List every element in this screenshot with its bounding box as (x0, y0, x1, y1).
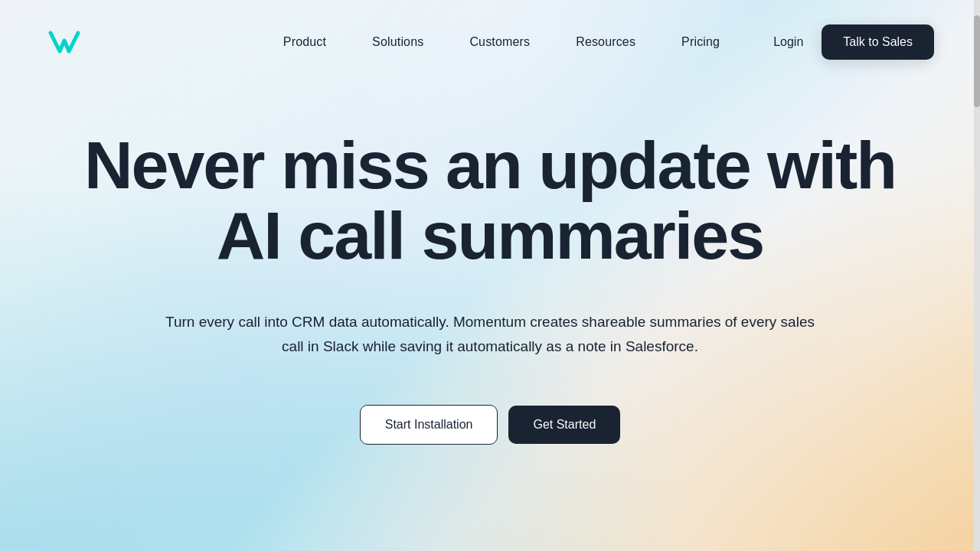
hero-subtitle: Turn every call into CRM data automatica… (161, 310, 819, 360)
logo[interactable] (46, 24, 83, 60)
nav-link-solutions[interactable]: Solutions (372, 35, 423, 48)
scrollbar[interactable] (974, 0, 980, 551)
talk-to-sales-button[interactable]: Talk to Sales (822, 24, 934, 60)
navbar: Product Solutions Customers Resources Pr… (0, 0, 980, 84)
nav-item-pricing[interactable]: Pricing (658, 35, 743, 49)
login-link[interactable]: Login (773, 35, 803, 49)
start-installation-button[interactable]: Start Installation (360, 405, 498, 445)
nav-link-product[interactable]: Product (283, 35, 326, 48)
nav-link-customers[interactable]: Customers (469, 35, 530, 48)
nav-link-resources[interactable]: Resources (576, 35, 635, 48)
hero-title-line1: Never miss an update with (84, 127, 896, 203)
nav-item-product[interactable]: Product (260, 35, 349, 49)
hero-section: Never miss an update with AI call summar… (0, 84, 980, 445)
nav-link-pricing[interactable]: Pricing (681, 35, 720, 48)
nav-item-solutions[interactable]: Solutions (349, 35, 446, 49)
hero-title-line2: AI call summaries (217, 197, 763, 273)
hero-buttons: Start Installation Get Started (360, 405, 621, 445)
hero-title: Never miss an update with AI call summar… (84, 130, 896, 272)
nav-links: Product Solutions Customers Resources Pr… (260, 35, 743, 49)
scrollbar-thumb[interactable] (974, 15, 980, 107)
get-started-button[interactable]: Get Started (508, 406, 620, 444)
nav-item-resources[interactable]: Resources (553, 35, 658, 49)
nav-item-customers[interactable]: Customers (446, 35, 553, 49)
